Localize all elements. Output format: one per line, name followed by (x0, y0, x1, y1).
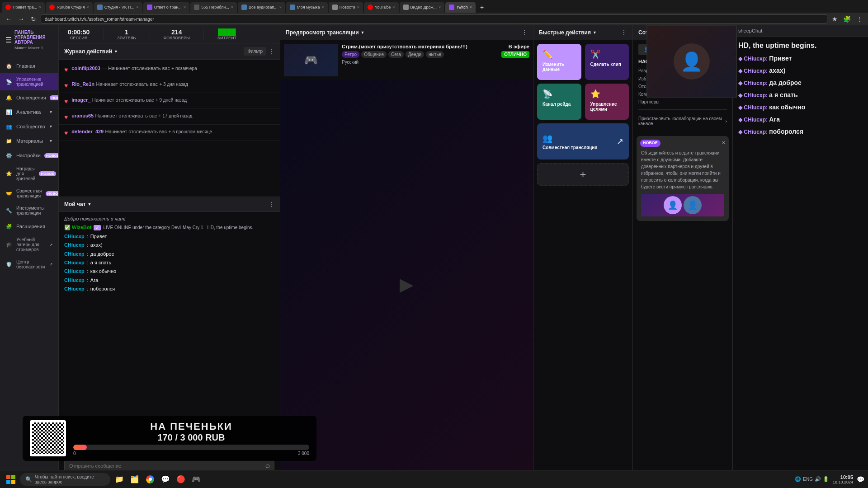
stream-tag-retro[interactable]: Ретро (342, 51, 359, 58)
sidebar-item-bootcamp[interactable]: 🎓 Учебный лагерь для стримеров ↗ (0, 234, 58, 256)
taskbar-network-icon[interactable]: 🌐 (795, 476, 801, 482)
browser-tab-2[interactable]: Rurube Студия × (46, 2, 92, 13)
tab-close-8[interactable]: × (357, 5, 359, 9)
start-button[interactable] (4, 472, 18, 487)
activity-username-5[interactable]: defender_429 (71, 129, 104, 134)
taskbar-app-files[interactable]: 📁 (112, 472, 127, 487)
taskbar-time: 10:05 18.10.2024 (833, 474, 853, 484)
rewards-icon: ⭐ (5, 170, 13, 178)
sidebar-item-safety[interactable]: 🛡️ Центр безопасности ↗ (0, 256, 58, 273)
activity-username-3[interactable]: imager_ (71, 97, 90, 103)
tab-close-3[interactable]: × (136, 5, 138, 9)
chat-user-7: CHiucxp (64, 286, 85, 291)
activity-username-2[interactable]: Rio_Re1n (71, 81, 94, 87)
browser-tab-8[interactable]: Новости × (329, 2, 363, 13)
activity-log-dropdown-icon[interactable]: ▼ (114, 49, 118, 54)
taskbar-app-explorer[interactable]: 🗂️ (127, 472, 142, 487)
tab-close-4[interactable]: × (184, 5, 186, 9)
sidebar-item-analytics[interactable]: 📊 Аналитика ▼ (0, 105, 58, 119)
refresh-button[interactable]: ↻ (29, 14, 38, 23)
promo-close-button[interactable]: × (722, 140, 725, 146)
browser-tab-7[interactable]: Моя музыка × (286, 2, 328, 13)
tab-close-twitch[interactable]: × (470, 5, 472, 9)
browser-tab-3[interactable]: Студия - VK П... × (94, 2, 142, 13)
activity-username-4[interactable]: uranus65 (71, 113, 94, 118)
collab-permission-5[interactable]: Партнёры (638, 98, 727, 106)
browser-tab-10[interactable]: Видео Дрож... × (400, 2, 445, 13)
notification-center-icon[interactable]: 💬 (857, 476, 864, 483)
quick-action-raid[interactable]: 📡 Канал рейда (537, 84, 581, 120)
quick-action-costream[interactable]: 👥 Совместная трансляция ↗ (537, 123, 629, 160)
browser-tab-6[interactable]: Все аудиозап... × (238, 2, 285, 13)
browser-tab-9[interactable]: YouTube × (364, 2, 399, 13)
activity-item-1: ♥ coinflip2003 — Начинает отслеживать ва… (59, 61, 280, 77)
taskbar-app-twitch[interactable]: 🎮 (189, 472, 203, 487)
extensions-icon: 🧩 (5, 223, 13, 230)
extensions-button[interactable]: 🧩 (841, 14, 853, 23)
stream-tag-nytye[interactable]: нытье (426, 51, 444, 58)
browser-tab-twitch[interactable]: Twitch × (445, 2, 476, 13)
collab-pause-button[interactable]: Приостановить коллаборации на своем кана… (638, 113, 727, 129)
tab-close-6[interactable]: × (279, 5, 282, 9)
taskbar-app-misc[interactable]: 🔴 (174, 472, 188, 487)
tab-close-9[interactable]: × (392, 5, 395, 9)
tab-close-7[interactable]: × (322, 5, 324, 9)
activity-filter-button[interactable]: Фильтр (244, 47, 266, 56)
address-bar[interactable]: dashboard.twitch.tv/u/usofsev_roman/stre… (41, 14, 827, 23)
activity-username-1[interactable]: coinflip2003 (71, 66, 100, 71)
stream-preview-menu-button[interactable]: ⋮ (521, 29, 528, 36)
bookmark-button[interactable]: ★ (830, 14, 840, 23)
activity-log-menu-button[interactable]: ⋮ (268, 47, 274, 56)
tab-label-8: Новости (340, 5, 355, 9)
sidebar-item-collab[interactable]: 🤝 Совместная трансляция НОВОЕ (0, 185, 58, 202)
browser-tab-1[interactable]: Привет тра... × (2, 2, 45, 13)
quick-action-edit[interactable]: ✏️ Изменить данные (537, 44, 581, 80)
tab-label-2: Rurube Студия (57, 5, 85, 9)
new-tab-button[interactable]: + (476, 4, 487, 11)
quick-action-clip[interactable]: ✂️ Сделать клип (585, 44, 629, 80)
costream-expand-icon: ↗ (617, 136, 623, 146)
stream-tag-dendy[interactable]: Денди (406, 51, 424, 58)
stream-preview-dropdown-icon[interactable]: ▼ (361, 30, 365, 35)
taskbar-app-discord[interactable]: 💬 (158, 472, 173, 487)
taskbar-search[interactable]: 🔍 Чтобы найти поиск, введите здесь запро… (20, 473, 110, 486)
sidebar-item-alerts[interactable]: 🔔 Оповещения НОВОЕ (0, 90, 58, 105)
donation-progress-bar (73, 445, 309, 450)
tab-close-10[interactable]: × (439, 5, 441, 9)
chat-emoji-button[interactable]: ☺ (264, 462, 271, 469)
sidebar-item-settings[interactable]: ⚙️ Настройки НОВОЕ ▼ (0, 148, 58, 163)
taskbar-battery-icon[interactable]: 🔋 (823, 476, 829, 482)
taskbar-volume-icon[interactable]: 🔊 (815, 476, 821, 482)
sidebar-item-extensions[interactable]: 🧩 Расширения (0, 219, 58, 234)
tab-close-1[interactable]: × (39, 5, 41, 9)
tab-close-2[interactable]: × (87, 5, 89, 9)
sidebar-label-materials: Материалы (16, 138, 43, 144)
sidebar-label-stream: Управление трансляцией (16, 77, 53, 87)
back-button[interactable]: ← (4, 14, 14, 23)
quick-actions-menu-button[interactable]: ⋮ (621, 29, 627, 36)
sidebar-item-materials[interactable]: 📁 Материалы ▼ (0, 134, 58, 148)
sidebar-item-tools[interactable]: 🔧 Инструменты трансляции (0, 202, 58, 219)
stream-chat-msg-large: HD, the uptime begins. (738, 40, 863, 51)
quick-action-goals[interactable]: ⭐ Управление целями (585, 84, 629, 120)
browser-tab-5[interactable]: 555 Нерибли... × (190, 2, 237, 13)
stream-tag-chat[interactable]: Общение (361, 51, 387, 58)
session-label: Сессия (70, 36, 87, 40)
taskbar-app-chrome[interactable] (143, 472, 157, 487)
tab-close-5[interactable]: × (231, 5, 233, 9)
stream-tag-sega[interactable]: Сега (388, 51, 404, 58)
browser-tab-4[interactable]: Ответ о тран... × (143, 2, 190, 13)
activity-item-3: ♥ imager_ Начинает отслеживать вас + 9 д… (59, 93, 280, 109)
quick-actions-dropdown-icon[interactable]: ▼ (593, 30, 597, 35)
sidebar-item-home[interactable]: 🏠 Главная (0, 59, 58, 73)
sidebar-item-community[interactable]: 👥 Сообщество ▼ (0, 119, 58, 134)
settings-button[interactable]: ⋮ (854, 14, 864, 23)
svg-rect-2 (6, 480, 10, 484)
tab-icon-twitch (449, 5, 454, 10)
sidebar-item-stream-manager[interactable]: 📡 Управление трансляцией (0, 73, 58, 90)
forward-button[interactable]: → (16, 14, 26, 23)
sidebar-item-rewards[interactable]: ⭐ Награды для зрителей НОВОЕ ▼ (0, 163, 58, 185)
quick-action-add-button[interactable]: + (537, 163, 629, 186)
chat-dropdown-icon[interactable]: ▼ (88, 202, 92, 206)
chat-menu-button[interactable]: ⋮ (268, 201, 274, 208)
